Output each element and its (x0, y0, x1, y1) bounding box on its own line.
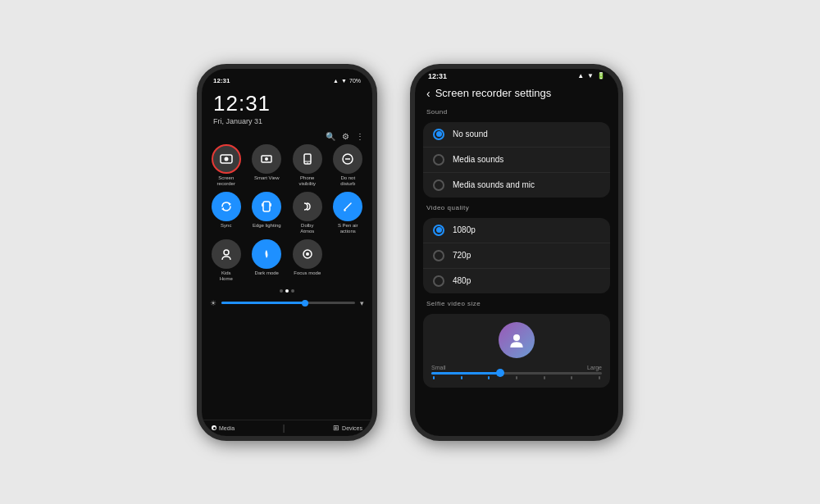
nav-dot-2 (285, 289, 289, 293)
size-labels: Small Large (431, 365, 602, 370)
radio-1080p[interactable]: 1080p (423, 218, 610, 243)
settings-title: Screen recorder settings (435, 87, 552, 99)
radio-no-sound-inner (436, 131, 442, 137)
svg-line-14 (344, 203, 351, 210)
tile-label-focus-mode: Focus mode (294, 270, 321, 276)
size-max-label: Large (587, 365, 602, 370)
svg-marker-10 (221, 207, 224, 211)
sync-icon (212, 192, 241, 221)
tile-screen-recorder[interactable]: Screenrecorder (208, 144, 244, 187)
vol-up-right[interactable] (619, 134, 622, 157)
dnd-icon (333, 144, 362, 174)
focus-mode-icon (293, 239, 322, 269)
radio-no-sound-label: No sound (453, 129, 488, 138)
status-time-left: 12:31 (213, 77, 230, 84)
search-icon[interactable]: 🔍 (326, 132, 335, 141)
settings-icon[interactable]: ⚙ (342, 132, 349, 141)
tile-dnd[interactable]: Do notdisturb (330, 144, 367, 187)
tile-label-kids-home: KidsHome (220, 270, 233, 282)
settings-wifi-icon: ▲ (577, 72, 584, 79)
tile-focus-mode[interactable]: Focus mode (289, 239, 326, 282)
status-bar-left: 12:31 ▲ ▼ 70% (202, 75, 372, 86)
nav-dot-3 (291, 289, 294, 293)
vol-up-button[interactable] (373, 134, 376, 157)
radio-media-sounds-mic-circle (433, 179, 444, 191)
status-icons-left: ▲ ▼ 70% (333, 78, 361, 84)
radio-no-sound[interactable]: No sound (423, 122, 610, 148)
back-button[interactable]: ‹ (426, 87, 430, 100)
settings-battery-icon: 🔋 (597, 72, 605, 79)
dolby-icon (293, 192, 322, 221)
devices-icon: ⊞ (333, 424, 339, 432)
battery-icon: 70% (349, 78, 361, 84)
bottom-bar: Media | ⊞ Devices (202, 420, 372, 436)
size-thumb (496, 369, 504, 377)
more-icon[interactable]: ⋮ (356, 132, 364, 141)
radio-media-sounds-mic[interactable]: Media sounds and mic (423, 173, 610, 198)
tick-1 (433, 376, 435, 379)
svg-marker-9 (229, 202, 231, 206)
radio-no-sound-circle (433, 129, 444, 140)
tile-phone-visibility[interactable]: Phonevisibility (289, 144, 326, 187)
media-dot-icon (212, 425, 216, 430)
tile-dolby[interactable]: DolbyAtmos (289, 192, 326, 234)
devices-button[interactable]: ⊞ Devices (333, 424, 362, 432)
vol-down-button[interactable] (373, 163, 376, 186)
size-slider-row: Small Large (431, 365, 602, 379)
radio-1080p-label: 1080p (453, 225, 476, 234)
settings-time: 12:31 (428, 72, 447, 80)
settings-signal-icon: ▼ (587, 72, 594, 79)
phone-left: 12:31 ▲ ▼ 70% 12:31 Fri, January 31 🔍 ⚙ … (197, 64, 377, 441)
tick-5 (544, 376, 545, 379)
tick-6 (571, 376, 572, 379)
radio-480p[interactable]: 480p (423, 269, 610, 293)
size-track[interactable] (431, 372, 602, 375)
radio-media-sounds-label: Media sounds (453, 155, 503, 164)
radio-1080p-inner (436, 227, 442, 233)
svg-point-18 (306, 252, 309, 256)
tile-spen[interactable]: S Pen airactions (330, 192, 367, 234)
screen-recorder-icon (212, 144, 241, 174)
phone-screen-right: 12:31 ▲ ▼ 🔋 ‹ Screen recorder settings S… (415, 69, 618, 436)
phone-screen-left: 12:31 ▲ ▼ 70% 12:31 Fri, January 31 🔍 ⚙ … (202, 69, 372, 436)
smart-view-icon (252, 144, 281, 174)
tile-dark-mode[interactable]: Dark mode (249, 239, 285, 282)
vol-down-right[interactable] (619, 163, 622, 186)
phone-visibility-icon (293, 144, 322, 174)
clock-date: Fri, January 31 (213, 117, 361, 125)
radio-720p[interactable]: 720p (423, 243, 610, 269)
selfie-card: Small Large (423, 314, 610, 388)
tile-smart-view[interactable]: Smart View (249, 144, 285, 187)
svg-rect-12 (262, 203, 263, 207)
clock-display: 12:31 (213, 91, 361, 116)
qs-header: 🔍 ⚙ ⋮ (202, 129, 372, 144)
svg-point-6 (307, 162, 308, 164)
power-right[interactable] (412, 151, 414, 184)
brightness-expand-icon[interactable]: ▾ (360, 299, 364, 307)
tile-kids-home[interactable]: KidsHome (208, 239, 244, 282)
devices-label: Devices (342, 425, 362, 431)
svg-point-16 (224, 250, 229, 255)
dark-mode-icon (252, 239, 281, 269)
brightness-track[interactable] (221, 302, 355, 304)
media-dot-inner (213, 427, 216, 429)
clock-area: 12:31 Fri, January 31 (202, 86, 372, 129)
settings-header: ‹ Screen recorder settings (415, 84, 618, 107)
tile-label-dark-mode: Dark mode (255, 270, 279, 276)
tile-label-dolby: DolbyAtmos (300, 223, 314, 234)
settings-status-icons: ▲ ▼ 🔋 (577, 72, 605, 79)
settings-status-bar: 12:31 ▲ ▼ 🔋 (415, 69, 618, 84)
power-button[interactable] (198, 151, 201, 184)
tile-label-phone-visibility: Phonevisibility (298, 175, 316, 187)
sound-options-card: No sound Media sounds Media sounds and m… (423, 122, 610, 198)
nav-dots (202, 288, 372, 294)
size-min-label: Small (431, 365, 446, 370)
tile-sync[interactable]: Sync (208, 192, 244, 234)
media-button[interactable]: Media (212, 425, 235, 431)
svg-rect-4 (304, 154, 311, 164)
tile-edge-lighting[interactable]: Edge lighting (249, 192, 285, 234)
svg-rect-13 (270, 203, 271, 207)
tile-label-screen-recorder: Screenrecorder (217, 175, 235, 187)
svg-point-19 (513, 334, 520, 341)
radio-media-sounds[interactable]: Media sounds (423, 148, 610, 173)
